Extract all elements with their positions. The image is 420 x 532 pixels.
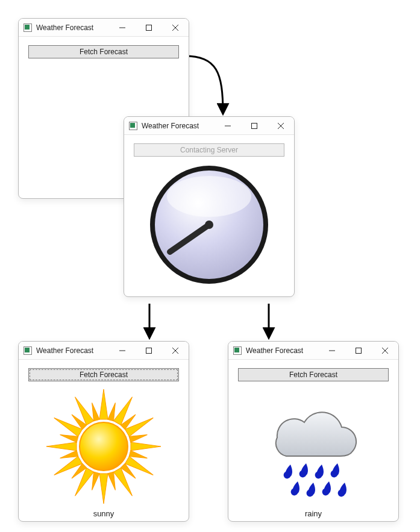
arrow-initial-to-loading bbox=[184, 56, 223, 113]
fetch-forecast-button[interactable]: Fetch Forecast bbox=[28, 368, 179, 381]
close-icon bbox=[172, 348, 178, 354]
window-loading: Weather Forecast Contacting Server bbox=[124, 116, 295, 297]
fetch-forecast-button[interactable]: Fetch Forecast bbox=[28, 45, 179, 58]
maximize-button[interactable] bbox=[241, 117, 268, 134]
window-title: Weather Forecast bbox=[142, 122, 215, 130]
window-title: Weather Forecast bbox=[36, 23, 109, 32]
sun-icon bbox=[43, 386, 164, 507]
result-label: sunny bbox=[27, 509, 180, 518]
close-button[interactable] bbox=[372, 342, 398, 359]
svg-rect-7 bbox=[146, 348, 152, 353]
app-icon bbox=[129, 122, 137, 130]
fetch-forecast-button[interactable]: Fetch Forecast bbox=[238, 368, 389, 381]
fetch-forecast-button: Contacting Server bbox=[134, 143, 284, 157]
svg-rect-11 bbox=[356, 348, 362, 353]
close-icon bbox=[172, 25, 178, 31]
close-button[interactable] bbox=[162, 19, 189, 36]
client-area: Contacting Server bbox=[124, 135, 294, 294]
window-controls bbox=[109, 342, 189, 359]
minimize-icon bbox=[329, 348, 335, 354]
svg-rect-1 bbox=[252, 123, 257, 128]
maximize-icon bbox=[146, 348, 152, 354]
minimize-button[interactable] bbox=[319, 342, 345, 359]
titlebar[interactable]: Weather Forecast bbox=[228, 342, 398, 360]
minimize-icon bbox=[225, 123, 231, 129]
svg-point-4 bbox=[167, 176, 251, 217]
client-area: Fetch Forecast bbox=[19, 360, 189, 522]
maximize-icon bbox=[251, 123, 257, 129]
svg-point-10 bbox=[80, 422, 128, 471]
client-area: Fetch Forecast bbox=[19, 37, 189, 64]
close-icon bbox=[278, 123, 284, 129]
maximize-button[interactable] bbox=[345, 342, 372, 359]
close-button[interactable] bbox=[162, 342, 189, 359]
maximize-button[interactable] bbox=[136, 342, 162, 359]
rain-cloud-icon bbox=[253, 386, 374, 507]
result-label: rainy bbox=[237, 509, 390, 518]
minimize-button[interactable] bbox=[109, 342, 136, 359]
maximize-icon bbox=[146, 25, 152, 31]
window-controls bbox=[109, 19, 189, 36]
window-title: Weather Forecast bbox=[246, 346, 319, 355]
app-icon bbox=[233, 346, 242, 355]
minimize-icon bbox=[119, 348, 125, 354]
maximize-icon bbox=[356, 348, 362, 354]
svg-point-6 bbox=[205, 221, 213, 229]
maximize-button[interactable] bbox=[136, 19, 162, 36]
app-icon bbox=[24, 346, 32, 355]
clock-icon bbox=[146, 161, 272, 288]
titlebar[interactable]: Weather Forecast bbox=[19, 19, 189, 37]
titlebar[interactable]: Weather Forecast bbox=[124, 117, 294, 135]
minimize-icon bbox=[119, 25, 125, 31]
svg-rect-0 bbox=[146, 25, 152, 30]
window-controls bbox=[215, 117, 294, 134]
minimize-button[interactable] bbox=[109, 19, 136, 36]
minimize-button[interactable] bbox=[215, 117, 241, 134]
close-icon bbox=[382, 348, 388, 354]
window-controls bbox=[319, 342, 398, 359]
window-result-rainy: Weather Forecast Fetch Forecast bbox=[228, 341, 399, 522]
close-button[interactable] bbox=[268, 117, 294, 134]
window-title: Weather Forecast bbox=[36, 346, 109, 355]
titlebar[interactable]: Weather Forecast bbox=[19, 342, 189, 360]
window-result-sunny: Weather Forecast Fetch Forecast bbox=[18, 341, 189, 522]
app-icon bbox=[24, 23, 32, 32]
client-area: Fetch Forecast bbox=[228, 360, 398, 522]
svg-marker-8 bbox=[99, 389, 108, 419]
